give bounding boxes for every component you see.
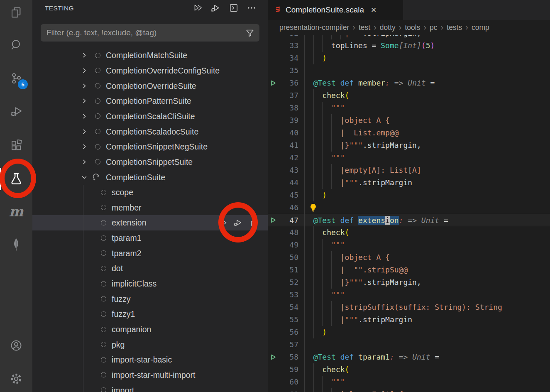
code-line-54[interactable]: 54 |stripSuffix(suffix: String): String [268, 301, 550, 314]
tab-close-icon[interactable]: ✕ [371, 6, 376, 15]
code-line-59[interactable]: 59 check( [268, 363, 550, 376]
breadcrumb-item-pc[interactable]: pc [430, 23, 437, 32]
run-all-tests-icon[interactable] [192, 2, 204, 14]
code-line-33[interactable]: 33 topLines = Some[Int](5) [268, 39, 550, 52]
code-line-32[interactable]: 32 |""".stripMargin, [268, 35, 550, 39]
breadcrumb-item-tools[interactable]: tools [405, 23, 420, 32]
test-state-circle-icon [101, 266, 106, 271]
debug-all-tests-icon[interactable] [209, 2, 221, 14]
tree-item-CompletionScaladocSuite[interactable]: CompletionScaladocSuite [32, 124, 268, 139]
code-line-51[interactable]: 51 | "".stripSu@@ [268, 264, 550, 276]
tree-item-tparam2[interactable]: tparam2 [32, 245, 268, 261]
chevron-right-icon[interactable] [81, 158, 88, 166]
chevron-right-icon[interactable] [81, 51, 88, 59]
chevron-right-icon[interactable] [81, 143, 88, 150]
more-actions-icon[interactable] [246, 2, 257, 14]
extensions-icon[interactable] [6, 135, 26, 155]
account-icon[interactable] [6, 336, 26, 355]
code-line-55[interactable]: 55 |""".stripMargin [268, 314, 550, 326]
test-filter-box [41, 24, 259, 42]
filter-funnel-icon[interactable] [244, 28, 256, 38]
tree-item-CompletionMatchSuite[interactable]: CompletionMatchSuite [32, 48, 268, 63]
metals-m-icon[interactable]: m [6, 201, 26, 221]
tree-item-member[interactable]: member [32, 200, 268, 216]
run-debug-icon[interactable] [6, 101, 26, 121]
code-editor[interactable]: 32 |""".stripMargin,33 topLines = Some[I… [268, 35, 550, 392]
chevron-right-icon[interactable] [81, 67, 88, 74]
goto-test-icon[interactable] [249, 218, 259, 228]
search-icon[interactable] [6, 35, 26, 55]
chevron-right-icon[interactable] [81, 97, 88, 105]
settings-gear-icon[interactable] [6, 369, 26, 389]
code-line-53[interactable]: 53 """ [268, 289, 550, 301]
tree-item-import[interactable]: import [32, 382, 268, 392]
line-number: 37 [275, 89, 298, 102]
tree-item-CompletionSnippetNegSuite[interactable]: CompletionSnippetNegSuite [32, 139, 268, 154]
mongodb-leaf-icon[interactable] [6, 235, 26, 255]
code-line-57[interactable]: 57 [268, 338, 550, 351]
chevron-right-icon[interactable] [81, 128, 88, 135]
tree-item-fuzzy1[interactable]: fuzzy1 [32, 306, 268, 322]
line-number: 39 [275, 114, 298, 127]
tree-item-dot[interactable]: dot [32, 261, 268, 276]
code-line-43[interactable]: 43 |empty[A]: List[A] [268, 164, 550, 176]
code-line-47[interactable]: 47 @Test def extension: => Unit = [268, 214, 550, 226]
tree-item-scope[interactable]: scope [32, 185, 268, 200]
code-line-60[interactable]: 60 """ [268, 376, 550, 388]
code-line-50[interactable]: 50 |object A { [268, 251, 550, 264]
run-test-icon[interactable] [219, 218, 229, 228]
code-text: """ [304, 102, 345, 114]
code-line-49[interactable]: 49 """ [268, 239, 550, 251]
breadcrumb-item-presentation-compiler[interactable]: presentation-compiler [279, 23, 349, 32]
code-line-39[interactable]: 39 |object A { [268, 114, 550, 127]
code-line-48[interactable]: 48 check( [268, 226, 550, 239]
line-number: 42 [275, 152, 298, 164]
tree-item-fuzzy[interactable]: fuzzy [32, 291, 268, 306]
tree-item-import-star-basic[interactable]: import-star-basic [32, 352, 268, 368]
test-filter-input[interactable] [41, 28, 244, 37]
debug-test-icon[interactable] [232, 218, 242, 228]
tree-item-implicitClass[interactable]: implicitClass [32, 276, 268, 292]
breadcrumb-item-dotty[interactable]: dotty [380, 23, 396, 32]
code-line-58[interactable]: 58 @Test def tparam1: => Unit = [268, 351, 550, 363]
breadcrumb-item-comp[interactable]: comp [472, 23, 489, 32]
tree-item-label: tparam1 [112, 233, 142, 243]
code-line-56[interactable]: 56 ) [268, 326, 550, 338]
tree-item-import-star-multi-import[interactable]: import-star-multi-import [32, 368, 268, 383]
tree-item-companion[interactable]: companion [32, 322, 268, 337]
code-line-37[interactable]: 37 check( [268, 89, 550, 102]
chevron-right-icon[interactable] [81, 113, 88, 120]
tree-item-tparam1[interactable]: tparam1 [32, 230, 268, 246]
show-output-icon[interactable] [228, 2, 240, 14]
code-line-38[interactable]: 38 """ [268, 102, 550, 114]
tree-item-label: extension [112, 218, 146, 228]
breadcrumb-item-test[interactable]: test [359, 23, 370, 32]
chevron-right-icon[interactable] [81, 82, 88, 90]
code-line-45[interactable]: 45 ) [268, 189, 550, 201]
testing-beaker-icon[interactable] [6, 169, 26, 189]
code-line-44[interactable]: 44 |""".stripMargin [268, 176, 550, 189]
line-number: 47 [275, 214, 298, 227]
tree-item-extension[interactable]: extension [32, 215, 268, 230]
files-icon[interactable] [6, 2, 26, 22]
tree-item-pkg[interactable]: pkg [32, 337, 268, 352]
code-line-36[interactable]: 36 @Test def member: => Unit = [268, 77, 550, 89]
tree-item-CompletionSuite[interactable]: CompletionSuite [32, 169, 268, 185]
code-line-35[interactable]: 35 [268, 64, 550, 77]
tree-item-CompletionSnippetSuite[interactable]: CompletionSnippetSuite [32, 154, 268, 170]
tree-item-CompletionScalaCliSuite[interactable]: CompletionScalaCliSuite [32, 109, 268, 124]
lightbulb-icon[interactable] [309, 203, 317, 212]
breadcrumb-item-tests[interactable]: tests [447, 23, 462, 32]
tree-item-CompletionOverrideConfigSuite[interactable]: CompletionOverrideConfigSuite [32, 63, 268, 78]
chevron-down-icon[interactable] [81, 174, 88, 181]
code-line-52[interactable]: 52 |}""".stripMargin, [268, 276, 550, 289]
code-line-42[interactable]: 42 """ [268, 152, 550, 164]
code-line-46[interactable]: 46 [268, 201, 550, 214]
code-line-61[interactable]: 61 |class Fo[A] { [268, 388, 550, 392]
code-line-34[interactable]: 34 ) [268, 52, 550, 64]
tab-completionsuite[interactable]: CompletionSuite.scala ✕ [268, 0, 403, 20]
tree-item-CompletionPatternSuite[interactable]: CompletionPatternSuite [32, 93, 268, 109]
code-line-40[interactable]: 40 | List.emp@@ [268, 127, 550, 139]
tree-item-CompletionOverrideSuite[interactable]: CompletionOverrideSuite [32, 78, 268, 93]
code-line-41[interactable]: 41 |}""".stripMargin, [268, 139, 550, 152]
